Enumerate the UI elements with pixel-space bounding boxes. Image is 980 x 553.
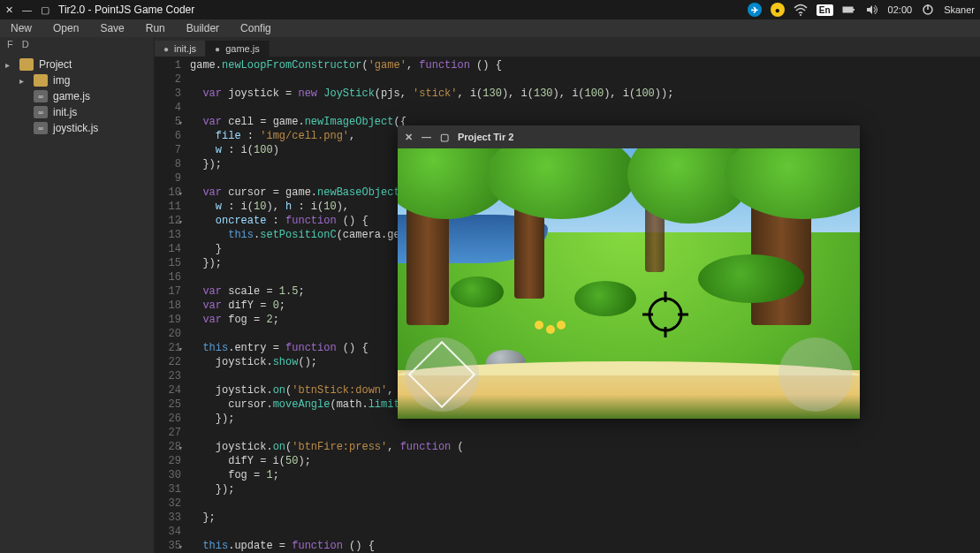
code-line[interactable]: [190, 426, 976, 440]
js-file-icon: ∞: [34, 90, 48, 102]
tree-item-label: img: [53, 74, 70, 87]
code-line[interactable]: difY = i(50);: [190, 454, 976, 468]
close-icon[interactable]: ✕: [5, 4, 13, 16]
app-title: Tir2.0 - PointJS Game Coder: [58, 4, 194, 16]
volume-icon[interactable]: [865, 3, 879, 17]
tree-item-project[interactable]: ▸Project: [0, 57, 154, 72]
minimize-icon[interactable]: —: [422, 132, 431, 143]
close-tab-icon[interactable]: ●: [163, 44, 169, 54]
app-tray-icon[interactable]: ●: [771, 3, 785, 17]
code-line[interactable]: };: [190, 511, 976, 525]
game-title: Project Tir 2: [458, 132, 513, 142]
virtual-joystick-move[interactable]: [405, 337, 479, 412]
virtual-joystick-fire[interactable]: [779, 337, 853, 412]
tree-item-label: joystick.js: [53, 122, 98, 134]
maximize-icon[interactable]: ▢: [41, 4, 49, 16]
menu-item-run[interactable]: Run: [135, 20, 176, 36]
code-line[interactable]: game.newLoopFromConstructor('game', func…: [190, 58, 976, 72]
menu-bar: NewOpenSaveRunBuilderConfig: [0, 19, 980, 37]
svg-rect-1: [843, 7, 853, 12]
folder-icon: [19, 58, 34, 71]
js-file-icon: ∞: [34, 122, 48, 134]
tree-item-joystick-js[interactable]: ∞joystick.js: [0, 120, 154, 136]
folder-icon: [34, 74, 48, 87]
code-line[interactable]: });: [190, 482, 976, 496]
code-line[interactable]: [190, 496, 976, 511]
code-line[interactable]: var joystick = new JoyStick(pjs, 'stick'…: [190, 87, 976, 101]
line-gutter: 12345▾678910▾1112▾131415161718192021▾222…: [155, 57, 186, 553]
code-line[interactable]: this.update = function () {: [190, 539, 976, 553]
maximize-icon[interactable]: ▢: [440, 132, 449, 143]
telegram-icon[interactable]: ✈: [748, 3, 762, 17]
menu-item-new[interactable]: New: [0, 20, 42, 36]
menu-item-config[interactable]: Config: [230, 20, 282, 36]
game-canvas[interactable]: [398, 148, 860, 419]
sidebar-tab-debug[interactable]: D: [22, 39, 29, 53]
svg-point-0: [800, 14, 801, 16]
sidebar-tab-files[interactable]: F: [7, 39, 13, 53]
fold-arrow-icon[interactable]: ▾: [179, 541, 183, 553]
menu-item-builder[interactable]: Builder: [176, 20, 230, 36]
minimize-icon[interactable]: —: [22, 4, 32, 16]
system-tray: ✈ ● En 02:00 Skaner: [748, 3, 975, 17]
language-indicator[interactable]: En: [817, 4, 833, 16]
menu-item-open[interactable]: Open: [42, 20, 89, 36]
tree-item-img[interactable]: ▸img: [0, 72, 154, 88]
system-titlebar: ✕ — ▢ Tir2.0 - PointJS Game Coder ✈ ● En…: [0, 0, 980, 19]
crosshair-icon: [641, 290, 690, 339]
menu-item-save[interactable]: Save: [89, 20, 134, 36]
code-line[interactable]: fog = 1;: [190, 468, 976, 482]
js-file-icon: ∞: [34, 106, 48, 118]
code-line[interactable]: [190, 525, 976, 539]
power-icon[interactable]: [921, 3, 935, 17]
code-line[interactable]: [190, 101, 976, 115]
clock[interactable]: 02:00: [888, 4, 913, 15]
tree-item-game-js[interactable]: ∞game.js: [0, 88, 154, 104]
user-name[interactable]: Skaner: [944, 4, 975, 15]
game-titlebar[interactable]: ✕ — ▢ Project Tir 2: [398, 125, 860, 148]
close-icon[interactable]: ✕: [405, 132, 413, 143]
file-tree: ▸Project▸img∞game.js∞init.js∞joystick.js: [0, 55, 154, 138]
wifi-icon[interactable]: [794, 3, 808, 17]
tree-item-label: game.js: [53, 90, 90, 102]
tab-label: init.js: [174, 43, 196, 54]
code-line[interactable]: joystick.on('btnFire:press', function (: [190, 440, 976, 454]
svg-rect-2: [853, 9, 855, 11]
expand-arrow-icon[interactable]: ▸: [5, 60, 14, 70]
svg-point-5: [650, 299, 681, 330]
tree-item-init-js[interactable]: ∞init.js: [0, 104, 154, 120]
code-line[interactable]: [190, 72, 976, 87]
expand-arrow-icon[interactable]: ▸: [19, 76, 28, 86]
battery-icon[interactable]: [842, 3, 856, 17]
close-tab-icon[interactable]: ●: [215, 44, 220, 54]
tree-item-label: init.js: [53, 106, 77, 118]
editor-tabs: ●init.js●game.js: [155, 37, 980, 57]
tab-label: game.js: [225, 43, 260, 54]
tab-game-js[interactable]: ●game.js: [206, 41, 270, 57]
tab-init-js[interactable]: ●init.js: [155, 41, 206, 57]
tree-item-label: Project: [39, 58, 72, 71]
sidebar: F D ▸Project▸img∞game.js∞init.js∞joystic…: [0, 37, 155, 553]
game-preview-window[interactable]: ✕ — ▢ Project Tir 2: [398, 125, 860, 419]
